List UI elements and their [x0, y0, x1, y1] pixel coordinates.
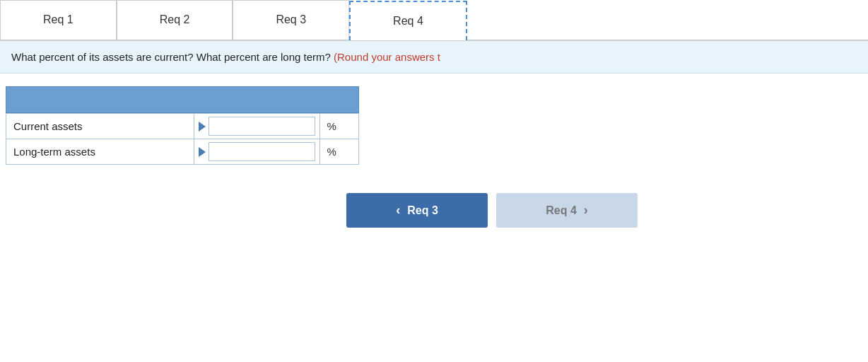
longterm-assets-input[interactable] [209, 142, 315, 161]
longterm-assets-input-cell [194, 139, 319, 165]
question-highlight: (Round your answers t [331, 51, 440, 63]
longterm-assets-marker [199, 147, 206, 157]
current-assets-pct: % [319, 114, 358, 139]
back-button[interactable]: ‹ Req 3 [346, 193, 488, 228]
table-row: Current assets % [6, 114, 359, 139]
asset-table-container: Current assets % Long-term assets [6, 86, 359, 165]
asset-table: Current assets % Long-term assets [6, 113, 359, 165]
current-assets-input-cell [194, 114, 319, 139]
forward-button-label: Req 4 [546, 204, 577, 217]
bottom-nav: ‹ Req 3 Req 4 › [346, 193, 868, 228]
current-assets-label: Current assets [6, 114, 194, 139]
question-text: What percent of its assets are current? … [11, 51, 331, 63]
tab-req3[interactable]: Req 3 [233, 0, 349, 40]
table-row: Long-term assets % [6, 139, 359, 165]
chevron-left-icon: ‹ [396, 203, 400, 218]
tab-req1[interactable]: Req 1 [0, 0, 117, 40]
forward-button[interactable]: Req 4 › [496, 193, 638, 228]
back-button-label: Req 3 [407, 204, 438, 217]
question-banner: What percent of its assets are current? … [0, 41, 868, 74]
current-assets-input[interactable] [209, 117, 315, 136]
longterm-assets-label: Long-term assets [6, 139, 194, 165]
tab-row: Req 1 Req 2 Req 3 Req 4 [0, 0, 868, 41]
tab-req2[interactable]: Req 2 [117, 0, 233, 40]
table-header [6, 86, 359, 113]
chevron-right-icon: › [584, 203, 588, 218]
tab-req4[interactable]: Req 4 [349, 1, 467, 40]
current-assets-marker [199, 122, 206, 132]
longterm-assets-pct: % [319, 139, 358, 165]
